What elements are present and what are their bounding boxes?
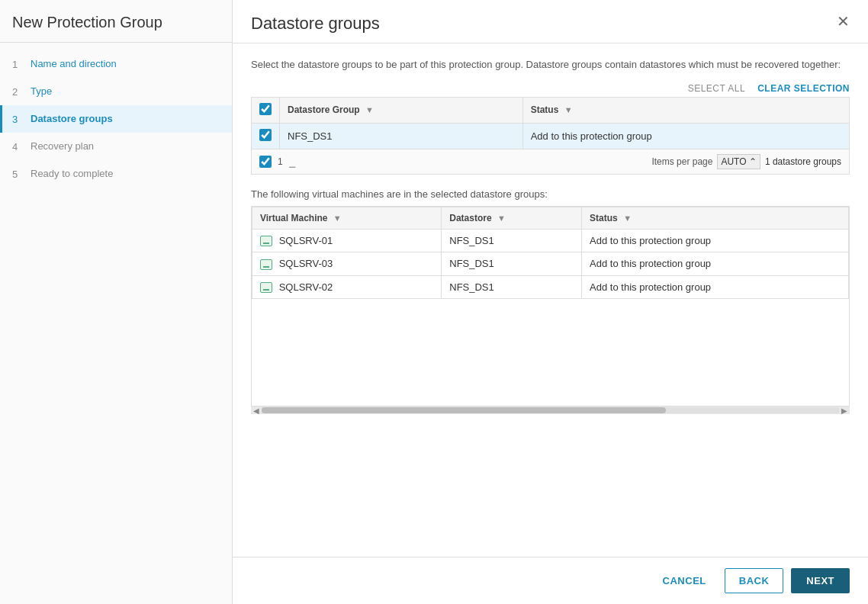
vm-header-datastore: Datastore ▼	[442, 207, 582, 229]
vm-datastore-filter-icon[interactable]: ▼	[497, 214, 506, 223]
sidebar-steps: 1 Name and direction 2 Type 3 Datastore …	[0, 43, 232, 188]
table-row: SQLSRV-01 NFS_DS1 Add to this protection…	[252, 229, 849, 252]
clear-selection-button[interactable]: CLEAR SELECTION	[757, 83, 850, 94]
vm-table-empty-space	[252, 299, 849, 406]
vm-header-vm: Virtual Machine ▼	[252, 207, 442, 229]
per-page-arrow: ⌃	[749, 156, 757, 167]
vm-section-label: The following virtual machines are in th…	[251, 188, 850, 200]
count-label: 1 datastore groups	[765, 156, 841, 167]
vm-icon	[260, 236, 272, 246]
sidebar-step-1[interactable]: 1 Name and direction	[0, 50, 232, 78]
select-all-checkbox[interactable]	[259, 103, 272, 115]
pagination-bar: 1 ​⎯ Items per page AUTO ⌃ 1 datastore g…	[251, 149, 850, 175]
close-button[interactable]: ✕	[837, 14, 850, 29]
step-label-2: Type	[31, 85, 52, 97]
sidebar-step-4[interactable]: 4 Recovery plan	[0, 133, 232, 160]
ds-name-filter-icon[interactable]: ▼	[365, 105, 374, 114]
ds-table-body: NFS_DS1 Add to this protection group	[252, 123, 850, 149]
vm-row-name: SQLSRV-01	[252, 229, 442, 252]
vm-datastore-cell: NFS_DS1	[442, 229, 582, 252]
vm-datastore-cell: NFS_DS1	[442, 252, 582, 276]
vm-datastore-cell: NFS_DS1	[442, 275, 582, 299]
main-panel: Datastore groups ✕ Select the datastore …	[233, 0, 868, 604]
ds-header-status: Status ▼	[522, 97, 849, 123]
step-label-1: Name and direction	[31, 58, 117, 69]
scrollbar-thumb[interactable]	[262, 407, 666, 413]
horizontal-scrollbar[interactable]: ◀ ▶	[251, 406, 850, 414]
step-label-5: Ready to complete	[31, 168, 113, 179]
vm-name-cell: SQLSRV-02	[279, 281, 333, 293]
sidebar-step-2[interactable]: 2 Type	[0, 78, 232, 105]
datastore-groups-table: Datastore Group ▼ Status ▼	[251, 97, 850, 149]
main-title: Datastore groups	[251, 14, 380, 34]
step-num-4: 4	[12, 141, 23, 153]
vm-status-cell: Add to this protection group	[582, 252, 849, 276]
ds-col-header-status: Status	[531, 104, 559, 115]
pagination-left: 1 ​⎯	[259, 156, 295, 168]
per-page-value: AUTO	[721, 156, 746, 167]
table-row: SQLSRV-03 NFS_DS1 Add to this protection…	[252, 252, 849, 276]
sidebar: New Protection Group 1 Name and directio…	[0, 0, 233, 604]
step-num-3: 3	[12, 114, 23, 125]
step-label-3: Datastore groups	[31, 113, 113, 124]
items-per-page-label: Items per page	[651, 156, 712, 167]
ds-status-cell: Add to this protection group	[522, 123, 849, 149]
pagination-count: 1	[278, 156, 283, 167]
scrollbar-track[interactable]	[262, 407, 839, 413]
vm-col-header-datastore: Datastore	[449, 213, 491, 223]
step-num-5: 5	[12, 169, 23, 180]
vm-status-cell: Add to this protection group	[582, 275, 849, 299]
vm-status-cell: Add to this protection group	[582, 229, 849, 252]
pagination-checkbox[interactable]	[259, 156, 272, 168]
vm-name-cell: SQLSRV-03	[279, 258, 333, 269]
ds-status-filter-icon[interactable]: ▼	[564, 105, 573, 114]
ds-name-cell: NFS_DS1	[280, 123, 523, 149]
step-num-1: 1	[12, 59, 23, 70]
vm-table-container: Virtual Machine ▼ Datastore ▼ Status ▼	[251, 206, 850, 407]
ds-col-header-name: Datastore Group	[288, 104, 360, 115]
scroll-left-arrow[interactable]: ◀	[251, 406, 262, 415]
vm-col-header-name: Virtual Machine	[260, 213, 327, 223]
ds-header-name: Datastore Group ▼	[280, 97, 523, 123]
vm-icon	[260, 282, 272, 293]
row-checkbox-cell	[252, 123, 280, 149]
vm-table: Virtual Machine ▼ Datastore ▼ Status ▼	[252, 207, 849, 300]
description-text: Select the datastore groups to be part o…	[251, 57, 850, 72]
sidebar-step-5[interactable]: 5 Ready to complete	[0, 160, 232, 188]
select-all-button[interactable]: SELECT ALL	[688, 83, 746, 94]
main-body: Select the datastore groups to be part o…	[233, 43, 868, 557]
main-header: Datastore groups ✕	[233, 0, 868, 43]
vm-name-filter-icon[interactable]: ▼	[333, 214, 342, 223]
sidebar-title: New Protection Group	[0, 0, 232, 43]
scroll-right-arrow[interactable]: ▶	[839, 406, 850, 415]
row-checkbox[interactable]	[259, 129, 272, 141]
table-row: SQLSRV-02 NFS_DS1 Add to this protection…	[252, 275, 849, 299]
ds-header-checkbox-cell	[252, 97, 280, 123]
modal-container: New Protection Group 1 Name and directio…	[0, 0, 868, 604]
vm-table-body: SQLSRV-01 NFS_DS1 Add to this protection…	[252, 229, 849, 299]
pagination-right: Items per page AUTO ⌃ 1 datastore groups	[651, 154, 841, 169]
vm-status-filter-icon[interactable]: ▼	[623, 214, 632, 223]
vm-col-header-status: Status	[590, 213, 618, 223]
vm-icon	[260, 259, 272, 270]
cancel-button[interactable]: CANCEL	[652, 568, 717, 593]
step-num-2: 2	[12, 86, 23, 98]
table-controls: SELECT ALL CLEAR SELECTION	[251, 83, 850, 94]
modal-footer: CANCEL BACK NEXT	[233, 557, 868, 604]
table-row: NFS_DS1 Add to this protection group	[252, 123, 850, 149]
step-label-4: Recovery plan	[31, 140, 94, 152]
vm-row-name: SQLSRV-02	[252, 275, 442, 299]
back-button[interactable]: BACK	[725, 568, 784, 593]
vm-header-status: Status ▼	[582, 207, 849, 229]
vm-name-cell: SQLSRV-01	[279, 235, 333, 246]
pagination-minus-icon[interactable]: ​⎯	[289, 156, 295, 168]
per-page-select[interactable]: AUTO ⌃	[717, 154, 760, 169]
next-button[interactable]: NEXT	[791, 568, 850, 593]
sidebar-step-3[interactable]: 3 Datastore groups	[0, 105, 232, 133]
vm-row-name: SQLSRV-03	[252, 252, 442, 276]
